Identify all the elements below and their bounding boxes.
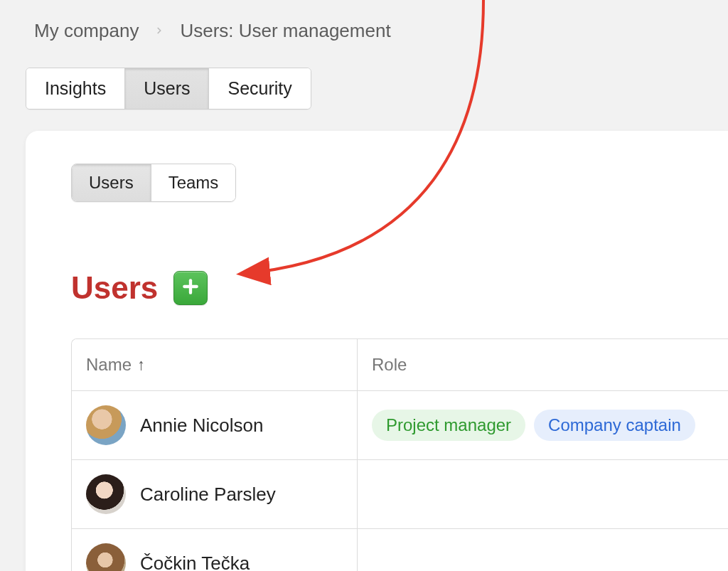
column-header-name[interactable]: Name ↑ xyxy=(72,339,358,390)
sub-tab-teams[interactable]: Teams xyxy=(151,164,236,201)
user-name: Caroline Parsley xyxy=(140,484,276,506)
add-user-button[interactable] xyxy=(173,271,208,305)
column-header-role[interactable]: Role xyxy=(358,339,728,390)
tab-users[interactable]: Users xyxy=(125,68,209,109)
main-tabs: Insights Users Security xyxy=(26,68,311,110)
table-row[interactable]: Čočkin Tečka xyxy=(72,529,728,571)
user-name: Čočkin Tečka xyxy=(140,553,250,572)
role-badge[interactable]: Company captain xyxy=(534,410,695,441)
user-name: Annie Nicolson xyxy=(140,415,263,437)
tab-insights[interactable]: Insights xyxy=(26,68,125,109)
sub-tabs: Users Teams xyxy=(71,164,236,202)
table-row[interactable]: Annie Nicolson Project manager Company c… xyxy=(72,391,728,460)
section-title: Users xyxy=(71,270,158,306)
sort-asc-icon: ↑ xyxy=(137,356,145,374)
table-header: Name ↑ Role xyxy=(72,339,728,391)
tab-security[interactable]: Security xyxy=(209,68,310,109)
users-table: Name ↑ Role Annie Nicolson Project manag… xyxy=(71,338,728,571)
chevron-right-icon xyxy=(154,23,164,39)
role-badge[interactable]: Project manager xyxy=(372,410,525,441)
plus-icon xyxy=(181,277,200,299)
avatar xyxy=(86,405,126,445)
avatar xyxy=(86,543,126,571)
breadcrumb-page: Users: User management xyxy=(180,20,390,42)
breadcrumb: My company Users: User management xyxy=(0,0,728,42)
content-card: Users Teams Users Name ↑ Role Annie Nico… xyxy=(26,131,728,571)
column-header-name-label: Name xyxy=(86,355,132,375)
breadcrumb-root[interactable]: My company xyxy=(34,20,139,42)
sub-tab-users[interactable]: Users xyxy=(72,164,151,201)
avatar xyxy=(86,474,126,514)
table-row[interactable]: Caroline Parsley xyxy=(72,460,728,529)
column-header-role-label: Role xyxy=(372,355,407,375)
